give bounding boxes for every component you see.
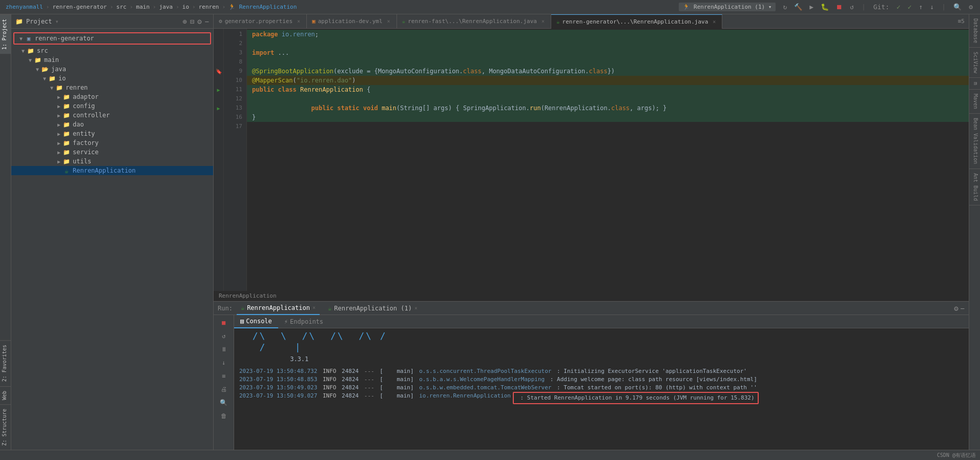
minimize-bottom-icon[interactable]: − — [961, 304, 965, 312]
ascii-art-2: / | — [238, 342, 965, 353]
revert-icon[interactable]: ↺ — [850, 3, 854, 11]
run-tab-1[interactable]: ☕ RenrenApplication × — [237, 302, 320, 315]
tab-structure[interactable]: Z: Structure — [0, 404, 11, 450]
locate-icon[interactable]: ⊕ — [182, 17, 186, 26]
run-tab2-close[interactable]: × — [414, 305, 418, 311]
tab-menu-icon[interactable]: ≡5 — [954, 18, 969, 25]
pause-console-button[interactable]: ⏸ — [218, 344, 230, 355]
right-tab-bean[interactable]: Bean Validation — [969, 114, 980, 169]
tab-close-yml[interactable]: × — [387, 18, 390, 24]
tab-close-gen[interactable]: × — [713, 19, 716, 25]
tab-application-yml[interactable]: ▣ application-dev.yml × — [307, 14, 397, 29]
git-pull[interactable]: ↓ — [930, 3, 934, 11]
run-config-dropdown[interactable]: 🏃 RenrenApplication (1) ▾ — [679, 3, 776, 11]
side-gutter: 🔖 ▶ ▶ — [214, 29, 224, 291]
version-line: 3.3.1 — [238, 353, 965, 367]
tree-item-config[interactable]: ▶ 📁 config — [11, 101, 213, 111]
git-push[interactable]: ↑ — [919, 3, 923, 11]
status-text: CSDN @有语忆语 — [937, 452, 976, 459]
tab-web[interactable]: Web — [0, 386, 11, 404]
folder-icon-utils: 📁 — [62, 157, 71, 165]
project-tree: ▼ ▣ renren-generator ▼ 📁 src ▼ 📁 main ▼ … — [11, 29, 213, 450]
right-tab-ant[interactable]: Ant Build — [969, 169, 980, 205]
folder-icon-entity: 📁 — [62, 130, 71, 138]
tree-item-dao[interactable]: ▶ 📁 dao — [11, 120, 213, 129]
run-tab-2[interactable]: ☕ RenrenApplication (1) × — [324, 302, 422, 315]
breadcrumb-bar: RenrenApplication — [214, 291, 969, 301]
right-tab-database[interactable]: Database — [969, 14, 980, 48]
endpoints-tab[interactable]: ⚡ Endpoints — [278, 315, 329, 328]
scroll-down-button[interactable]: ↓ — [218, 357, 230, 368]
git-label: Git: — [873, 3, 889, 11]
debug-icon[interactable]: 🐛 — [821, 3, 829, 11]
gutter-2 — [214, 39, 223, 48]
git-check2[interactable]: ✓ — [908, 3, 912, 11]
build-icon[interactable]: 🔨 — [794, 3, 802, 11]
run-icon2[interactable]: ▶ — [809, 3, 814, 11]
tab-renren-fast-app[interactable]: ☕ renren-fast\...\RenrenApplication.java… — [397, 14, 551, 29]
search-icon[interactable]: 🔍 — [953, 3, 962, 11]
tree-item-renren-generator[interactable]: ▼ ▣ renren-generator — [13, 32, 211, 45]
run-tab1-label: RenrenApplication — [247, 304, 310, 311]
right-tab-m[interactable]: m — [969, 78, 980, 90]
code-content[interactable]: package io.renren; import ... @SpringBoo… — [247, 29, 969, 291]
tree-item-src[interactable]: ▼ 📁 src — [11, 46, 213, 55]
filter-button[interactable]: 🔍 — [218, 397, 230, 408]
title-src: src — [116, 4, 127, 10]
tab-close-generator[interactable]: × — [297, 18, 300, 24]
gear-icon[interactable]: ⚙ — [197, 17, 201, 26]
log-line-1: 2023-07-19 13:50:48.732 INFO 24824 --- [… — [238, 367, 965, 375]
minimize-icon[interactable]: − — [205, 17, 209, 26]
code-line-12 — [247, 94, 969, 103]
refresh-icon[interactable]: ↻ — [783, 3, 787, 11]
settings-bottom-icon[interactable]: ⚙ — [954, 304, 958, 312]
tree-item-main[interactable]: ▼ 📁 main — [11, 55, 213, 65]
console-tab[interactable]: ▤ Console — [234, 315, 278, 328]
tree-item-service[interactable]: ▶ 📁 service — [11, 148, 213, 157]
console-output[interactable]: /\ \ /\ /\ /\ / / | 3.3.1 2023-07-19 13:… — [234, 328, 969, 450]
trash-button[interactable]: 🗑 — [218, 410, 230, 422]
module-icon: ▣ — [25, 34, 33, 43]
tree-item-io[interactable]: ▼ 📁 io — [11, 74, 213, 83]
tree-item-adaptor[interactable]: ▶ 📁 adaptor — [11, 92, 213, 101]
print-button[interactable]: 🖨 — [218, 384, 230, 395]
tab-icon-java2: ☕ — [402, 18, 406, 25]
stop-console-button[interactable]: ■ — [218, 317, 230, 328]
stop-icon[interactable]: ⏹ — [836, 3, 843, 11]
gutter-3 — [214, 48, 223, 57]
collapse-icon[interactable]: ⊟ — [190, 17, 194, 26]
tree-item-entity[interactable]: ▶ 📁 entity — [11, 129, 213, 138]
project-title: 📁 Project ▾ — [15, 18, 59, 25]
run-tab2-icon: ☕ — [328, 305, 331, 312]
breadcrumb-file: RenrenApplication — [219, 292, 277, 299]
tab-close-fast[interactable]: × — [541, 18, 545, 24]
bottom-actions: ⚙ − — [954, 304, 965, 312]
tree-item-factory[interactable]: ▶ 📁 factory — [11, 138, 213, 148]
log-line-2: 2023-07-19 13:50:48.853 INFO 24824 --- [… — [238, 375, 965, 384]
tree-item-renren[interactable]: ▼ 📁 renren — [11, 83, 213, 92]
code-line-16: } — [247, 113, 969, 122]
wrap-button[interactable]: ≡ — [218, 370, 230, 382]
gutter-1 — [214, 30, 223, 39]
tree-item-renren-application[interactable]: ☕ RenrenApplication — [11, 166, 213, 175]
gutter-11[interactable]: ▶ — [214, 85, 223, 94]
tab-renren-gen-app[interactable]: ☕ renren-generator\...\RenrenApplication… — [551, 14, 722, 29]
gutter-9: 🔖 — [214, 67, 223, 76]
code-line-8 — [247, 57, 969, 67]
rerun-console-button[interactable]: ↺ — [218, 330, 230, 342]
tab-favorites[interactable]: 2: Favorites — [0, 340, 11, 386]
tree-item-java[interactable]: ▼ 📂 java — [11, 65, 213, 74]
tab-project[interactable]: 1: Project — [0, 14, 11, 54]
tree-item-utils[interactable]: ▶ 📁 utils — [11, 157, 213, 166]
right-tab-sciview[interactable]: SciView — [969, 48, 980, 78]
tree-item-controller[interactable]: ▶ 📁 controller — [11, 111, 213, 120]
run-tab1-close[interactable]: × — [312, 305, 316, 310]
settings-icon[interactable]: ⚙ — [969, 3, 973, 11]
right-tab-maven[interactable]: Maven — [969, 90, 980, 114]
tab-generator-properties[interactable]: ⚙ generator.properties × — [214, 14, 307, 29]
gutter-13[interactable]: ▶ — [214, 103, 223, 113]
git-check[interactable]: ✓ — [896, 3, 901, 11]
folder-icon-service: 📁 — [62, 148, 71, 156]
title-module: renren-generator — [52, 4, 107, 10]
bottom-layout: ■ ↺ ⏸ ↓ ↑ ≡ 🖨 🔍 🗑 ▤ Console — [214, 315, 969, 450]
